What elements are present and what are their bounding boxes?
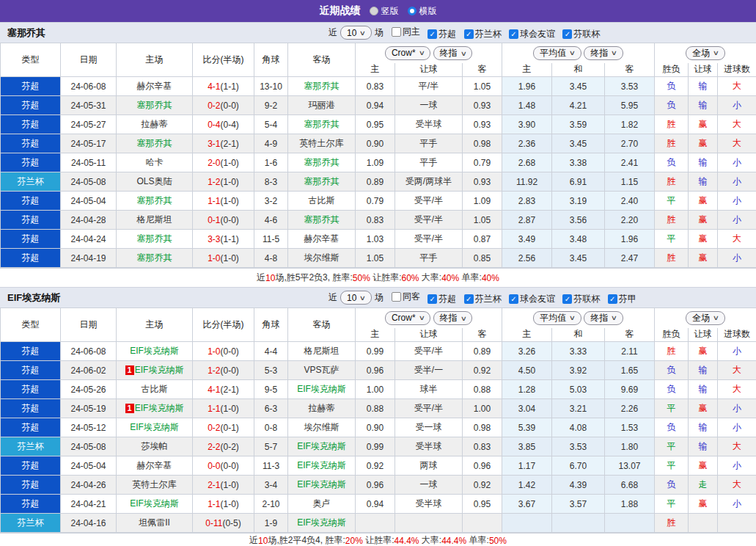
- league-filter-checkbox[interactable]: 球会友谊: [509, 28, 555, 40]
- league-filter-checkbox[interactable]: 芬超: [427, 28, 456, 40]
- score-cell: 1-1(1-0): [193, 399, 254, 418]
- league-filter-checkbox[interactable]: 同客: [392, 291, 420, 303]
- score-cell: 1-0(0-0): [193, 342, 254, 361]
- result-wdl: 平: [655, 456, 689, 476]
- avg-away: 13.07: [605, 456, 655, 476]
- score-cell: 0-11(0-5): [193, 514, 254, 533]
- halftime-score: (1-0): [221, 480, 239, 490]
- checkbox-label[interactable]: 芬联杯: [573, 293, 600, 305]
- avg-select[interactable]: 平均值∨: [533, 311, 581, 325]
- checkbox-icon[interactable]: [427, 294, 437, 304]
- avg-stage-select[interactable]: 终指∨: [584, 311, 623, 325]
- result-handicap: 输: [689, 361, 718, 380]
- chevron-down-icon: ∨: [418, 49, 425, 57]
- radio-vertical-layout[interactable]: [370, 7, 378, 15]
- corner-cell: 1-9: [254, 514, 288, 533]
- odds-handicap: 受平/半: [395, 399, 463, 418]
- games-count-select[interactable]: 10∨: [340, 291, 372, 305]
- avg-away: 2.26: [605, 399, 655, 418]
- checkbox-icon[interactable]: [562, 29, 572, 39]
- chevron-down-icon: ∨: [611, 49, 617, 57]
- checkbox-icon[interactable]: [464, 294, 474, 304]
- away-team: 古比斯: [288, 192, 356, 211]
- fulltime-select[interactable]: 全场∨: [686, 46, 725, 60]
- avg-stage-select[interactable]: 终指∨: [584, 46, 623, 60]
- col-odds-home: 主: [356, 63, 395, 77]
- avg-draw: 3.57: [552, 495, 605, 514]
- odds-stage-select[interactable]: 终指∨: [433, 311, 473, 325]
- odds-home: 1.05: [356, 249, 395, 268]
- radio-horizontal-label[interactable]: 横版: [419, 5, 437, 18]
- radio-horizontal-layout[interactable]: [408, 7, 416, 15]
- league-filter-checkbox[interactable]: 芬甲: [608, 293, 636, 305]
- league-filter-checkbox[interactable]: 芬联杯: [562, 28, 600, 40]
- checkbox-icon[interactable]: [464, 29, 474, 39]
- odds-away: 1.09: [463, 192, 502, 211]
- checkbox-icon[interactable]: [392, 292, 401, 302]
- score-cell: 3-3(1-1): [193, 230, 254, 249]
- avg-home: 1.42: [502, 476, 552, 495]
- col-res-handicap: 让球: [689, 328, 718, 342]
- avg-draw: [552, 514, 605, 533]
- result-handicap: 走: [689, 476, 718, 495]
- checkbox-label[interactable]: 同客: [403, 291, 420, 303]
- games-count-select[interactable]: 10∨: [340, 26, 372, 40]
- odds-handicap: 受半球: [395, 495, 463, 514]
- home-team: EIF埃克纳斯: [117, 495, 193, 514]
- avg-away: 1.96: [605, 230, 655, 249]
- avg-home: 1.17: [502, 456, 552, 476]
- score-cell: 0-1(0-0): [193, 211, 254, 230]
- checkbox-label[interactable]: 球会友谊: [520, 28, 555, 40]
- checkbox-label[interactable]: 芬兰杯: [475, 293, 502, 305]
- checkbox-icon[interactable]: [509, 294, 518, 304]
- result-wdl: 胜: [655, 115, 689, 134]
- checkbox-icon[interactable]: [509, 29, 518, 39]
- odds-away: 0.93: [463, 96, 502, 115]
- odds-home: 0.99: [356, 437, 395, 456]
- checkbox-icon[interactable]: [392, 27, 401, 37]
- col-odds-away: 客: [463, 63, 502, 77]
- fulltime-score: 1-1: [208, 196, 220, 206]
- league-filter-checkbox[interactable]: 同主: [392, 26, 420, 38]
- league-filter-checkbox[interactable]: 芬联杯: [562, 293, 600, 305]
- avg-draw: 3.45: [552, 77, 605, 96]
- col-avg-away: 客: [605, 63, 655, 77]
- result-wdl: 胜: [655, 514, 689, 533]
- col-home: 主场: [117, 43, 193, 77]
- odds-stage-select[interactable]: 终指∨: [433, 46, 473, 60]
- league-filter-checkbox[interactable]: 芬超: [427, 293, 456, 305]
- fulltime-score: 3-1: [208, 139, 220, 149]
- halftime-score: (1-0): [221, 499, 239, 509]
- checkbox-label[interactable]: 球会友谊: [520, 293, 555, 305]
- league-filter-checkbox[interactable]: 芬兰杯: [464, 28, 502, 40]
- result-wdl: 胜: [655, 134, 689, 153]
- radio-vertical-label[interactable]: 竖版: [381, 5, 399, 18]
- bookmaker-select[interactable]: Crow*∨: [385, 46, 430, 60]
- league-filter-checkbox[interactable]: 球会友谊: [509, 293, 555, 305]
- checkbox-icon[interactable]: [427, 29, 437, 39]
- avg-draw: 3.21: [552, 399, 605, 418]
- checkbox-icon[interactable]: [562, 294, 572, 304]
- checkbox-label[interactable]: 同主: [403, 26, 420, 38]
- games-label: 场: [375, 291, 383, 304]
- checkbox-label[interactable]: 芬甲: [619, 293, 636, 305]
- table-row: 芬超 24-04-19 塞那乔其 1-0(1-0) 4-8 埃尔维斯 1.05 …: [1, 249, 756, 268]
- checkbox-label[interactable]: 芬超: [438, 293, 456, 305]
- league-badge: 芬超: [1, 456, 61, 476]
- checkbox-label[interactable]: 芬兰杯: [475, 28, 502, 40]
- corner-cell: 5-4: [254, 115, 288, 134]
- league-filter-checkbox[interactable]: 芬兰杯: [464, 293, 502, 305]
- avg-select[interactable]: 平均值∨: [533, 46, 581, 60]
- checkbox-label[interactable]: 芬超: [438, 28, 456, 40]
- col-odds-away: 客: [463, 328, 502, 342]
- fulltime-select[interactable]: 全场∨: [686, 311, 725, 325]
- table-row: 芬超 24-06-08 赫尔辛基 4-1(1-1) 13-10 塞那乔其 0.8…: [1, 77, 756, 96]
- match-date: 24-05-31: [61, 96, 117, 115]
- bookmaker-select[interactable]: Crow*∨: [385, 311, 430, 325]
- league-badge: 芬超: [1, 211, 61, 230]
- col-type: 类型: [1, 308, 61, 342]
- checkbox-icon[interactable]: [608, 294, 617, 304]
- table-row: 芬超 24-05-26 古比斯 4-1(2-1) 9-5 EIF埃克纳斯 1.0…: [1, 380, 756, 399]
- checkbox-label[interactable]: 芬联杯: [573, 28, 600, 40]
- away-team: EIF埃克纳斯: [288, 476, 356, 495]
